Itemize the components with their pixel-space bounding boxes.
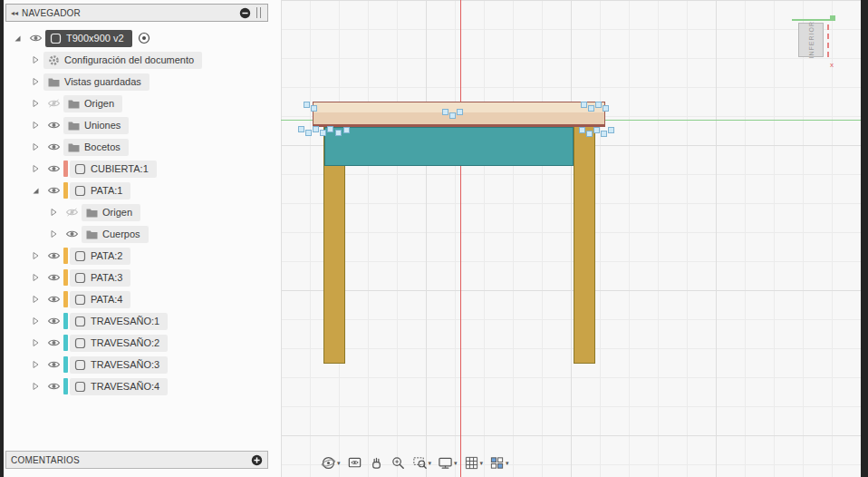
expand-arrow-icon[interactable]: [27, 360, 43, 369]
tree-item-labelbox[interactable]: Bocetos: [63, 139, 129, 156]
tree-item-configuraci-n-del-documento[interactable]: Configuración del documento: [4, 49, 279, 71]
tree-item-labelbox[interactable]: Origen: [63, 95, 122, 112]
tree-item-labelbox[interactable]: PATA:3: [70, 269, 130, 287]
panel-grip[interactable]: [256, 7, 261, 18]
activate-component-radio[interactable]: [138, 32, 150, 44]
tree-item-labelbox[interactable]: PATA:4: [70, 291, 130, 308]
tree-item-travesa-o-2[interactable]: TRAVESAÑO:2: [4, 332, 279, 354]
selection-handle[interactable]: [442, 109, 448, 115]
visibility-eye-icon[interactable]: [43, 338, 63, 347]
tree-item-labelbox[interactable]: Configuración del documento: [43, 52, 202, 69]
tree-item-travesa-o-1[interactable]: TRAVESAÑO:1: [4, 310, 279, 332]
expand-arrow-icon[interactable]: [27, 121, 43, 130]
tree-item-t900x900-v2[interactable]: T900x900 v2: [4, 27, 279, 49]
table-apron[interactable]: [324, 127, 574, 166]
tree-item-labelbox[interactable]: TRAVESAÑO:3: [70, 356, 168, 374]
selection-handle[interactable]: [595, 102, 602, 108]
tree-item-labelbox[interactable]: TRAVESAÑO:1: [70, 313, 168, 330]
visibility-eye-icon[interactable]: [25, 34, 45, 43]
dropdown-caret-icon[interactable]: ▾: [337, 460, 341, 467]
selection-handle[interactable]: [313, 126, 319, 132]
visibility-eye-icon[interactable]: [43, 316, 63, 326]
selection-handle[interactable]: [327, 126, 333, 132]
dropdown-caret-icon[interactable]: ▾: [429, 460, 432, 467]
expand-arrow-icon[interactable]: [45, 229, 62, 238]
view-orientation-indicator[interactable]: INFERIOR x: [792, 13, 837, 73]
tree-item-labelbox[interactable]: PATA:1: [70, 182, 130, 200]
selection-handle[interactable]: [298, 126, 304, 132]
collapse-arrow-icon[interactable]: [9, 34, 25, 43]
visibility-eye-icon[interactable]: [43, 251, 63, 260]
selection-handle[interactable]: [320, 130, 326, 136]
tree-item-labelbox[interactable]: TRAVESAÑO:2: [70, 335, 168, 352]
tree-item-origen[interactable]: Origen: [4, 201, 279, 223]
tree-item-travesa-o-3[interactable]: TRAVESAÑO:3: [4, 354, 279, 375]
expand-arrow-icon[interactable]: [27, 273, 43, 282]
add-comment-icon[interactable]: [251, 454, 263, 466]
expand-arrow-icon[interactable]: [27, 316, 43, 326]
visibility-eye-icon[interactable]: [43, 295, 63, 304]
expand-arrow-icon[interactable]: [27, 251, 43, 260]
selection-handle[interactable]: [304, 102, 310, 108]
visibility-eye-icon[interactable]: [43, 121, 63, 130]
dropdown-caret-icon[interactable]: ▾: [480, 460, 484, 467]
selection-handle[interactable]: [449, 112, 456, 119]
orbit-button[interactable]: ▾: [319, 454, 342, 472]
tree-item-labelbox[interactable]: T900x900 v2: [45, 30, 132, 47]
expand-arrow-icon[interactable]: [27, 99, 43, 108]
tree-item-origen[interactable]: Origen: [4, 92, 279, 114]
expand-arrow-icon[interactable]: [27, 295, 43, 304]
expand-arrow-icon[interactable]: [27, 142, 43, 151]
tree-item-labelbox[interactable]: Uniones: [63, 117, 129, 134]
viewports-button[interactable]: ▾: [487, 454, 511, 472]
selection-handle[interactable]: [601, 131, 607, 137]
selection-handle[interactable]: [588, 105, 594, 112]
selection-handle[interactable]: [457, 109, 463, 115]
visibility-eye-icon[interactable]: [43, 142, 63, 151]
look-at-button[interactable]: [345, 454, 364, 472]
minimize-panel-icon[interactable]: [239, 7, 251, 19]
tree-item-bocetos[interactable]: Bocetos: [4, 136, 279, 158]
pan-button[interactable]: [367, 454, 386, 472]
expand-arrow-icon[interactable]: [27, 338, 43, 347]
selection-handle[interactable]: [311, 105, 317, 112]
tree-item-pata-2[interactable]: PATA:2: [4, 245, 279, 267]
tree-item-labelbox[interactable]: TRAVESAÑO:4: [70, 378, 168, 395]
expand-arrow-icon[interactable]: [27, 77, 43, 86]
tree-item-labelbox[interactable]: Vistas guardadas: [43, 73, 149, 91]
display-settings-button[interactable]: ▾: [436, 454, 459, 472]
collapse-panel-icon[interactable]: ◂◂: [11, 9, 18, 17]
visibility-eye-icon[interactable]: [43, 99, 63, 108]
fit-button[interactable]: ▾: [410, 454, 434, 472]
zoom-button[interactable]: [389, 454, 408, 472]
tree-item-travesa-o-4[interactable]: TRAVESAÑO:4: [4, 375, 279, 397]
selection-handle[interactable]: [603, 105, 609, 112]
expand-arrow-icon[interactable]: [27, 164, 43, 173]
visibility-eye-icon[interactable]: [43, 164, 63, 173]
tree-item-pata-4[interactable]: PATA:4: [4, 288, 279, 310]
selection-handle[interactable]: [581, 102, 587, 108]
collapse-arrow-icon[interactable]: [27, 186, 43, 195]
selection-handle[interactable]: [343, 127, 350, 133]
selection-handle[interactable]: [608, 127, 614, 133]
selection-handle[interactable]: [593, 127, 600, 133]
dropdown-caret-icon[interactable]: ▾: [506, 460, 509, 467]
grid-display-button[interactable]: ▾: [462, 454, 486, 472]
dropdown-caret-icon[interactable]: ▾: [454, 460, 458, 467]
expand-arrow-icon[interactable]: [27, 55, 43, 64]
tree-item-labelbox[interactable]: Origen: [82, 204, 140, 221]
tree-item-uniones[interactable]: Uniones: [4, 114, 279, 136]
visibility-eye-icon[interactable]: [43, 382, 63, 391]
tree-item-labelbox[interactable]: PATA:2: [70, 248, 130, 265]
table-leg-right[interactable]: [574, 126, 595, 364]
tree-item-vistas-guardadas[interactable]: Vistas guardadas: [4, 71, 279, 92]
expand-arrow-icon[interactable]: [45, 208, 62, 217]
visibility-eye-icon[interactable]: [43, 186, 63, 195]
tree-item-cuerpos[interactable]: Cuerpos: [4, 223, 279, 245]
comments-bar[interactable]: COMENTARIOS: [5, 451, 268, 469]
tree-item-labelbox[interactable]: CUBIERTA:1: [70, 161, 157, 178]
visibility-eye-icon[interactable]: [43, 360, 63, 369]
tree-item-pata-3[interactable]: PATA:3: [4, 267, 279, 288]
expand-arrow-icon[interactable]: [27, 382, 43, 391]
selection-handle[interactable]: [586, 131, 593, 137]
